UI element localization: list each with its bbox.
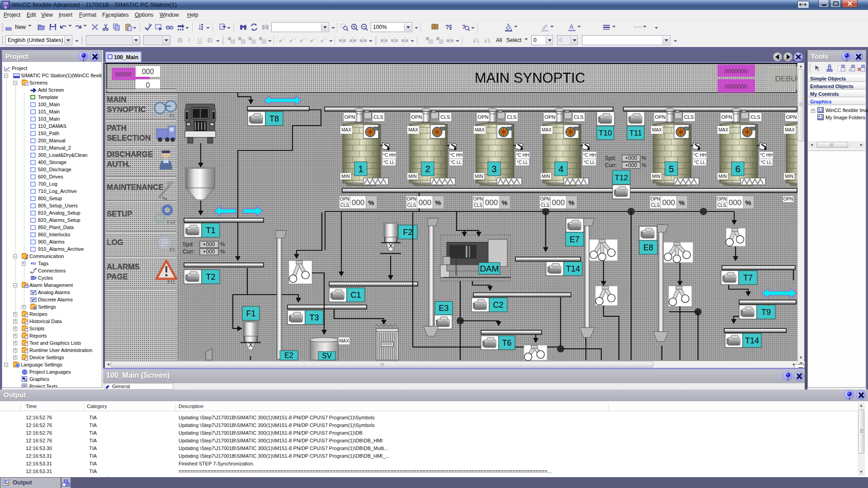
svg-text:MIN: MIN (341, 174, 349, 179)
svg-text:OPN: OPN (655, 114, 666, 120)
svg-text:T2: T2 (206, 272, 215, 282)
svg-text:A: A (569, 23, 574, 30)
svg-text:?: ? (462, 23, 466, 30)
svg-text:2: 2 (425, 164, 430, 174)
svg-text:°C HH: °C HH (760, 153, 773, 158)
svg-text:F1: F1 (246, 309, 255, 318)
svg-text:OPN: OPN (651, 197, 660, 202)
svg-text:I: I (188, 36, 190, 44)
svg-text:MAIN SYNOPTIC: MAIN SYNOPTIC (475, 70, 585, 86)
svg-text:E3: E3 (439, 304, 448, 313)
svg-text:%: % (368, 199, 374, 206)
svg-text:°C LL: °C LL (760, 160, 772, 165)
svg-text:000: 000 (142, 68, 154, 75)
svg-text:OPN: OPN (340, 197, 350, 202)
svg-text:%: % (568, 199, 574, 206)
svg-text:OPN: OPN (722, 114, 732, 120)
svg-text:E8: E8 (643, 243, 653, 252)
svg-text:PATH: PATH (107, 124, 127, 132)
svg-text:Spd:: Spd: (605, 155, 616, 161)
svg-text:MAX: MAX (718, 127, 728, 132)
svg-text:00000: 00000 (115, 71, 132, 78)
svg-text:CLS: CLS (717, 203, 726, 208)
svg-text:°C LL: °C LL (694, 160, 706, 165)
svg-text:F2: F2 (403, 228, 412, 237)
svg-text:MIN: MIN (718, 174, 726, 179)
svg-text:000: 000 (419, 198, 431, 207)
svg-text:Spd:: Spd: (183, 241, 194, 248)
svg-text:MIN: MIN (475, 174, 483, 179)
svg-text:SYNOPTIC: SYNOPTIC (107, 105, 146, 114)
svg-text:OPN: OPN (540, 197, 550, 202)
svg-text:T14: T14 (745, 336, 759, 345)
svg-text:T11: T11 (629, 129, 642, 137)
svg-text:OPN: OPN (717, 197, 727, 202)
svg-text:CLS: CLS (651, 203, 660, 208)
svg-text:%: % (220, 249, 225, 255)
svg-text:MIN: MIN (652, 174, 660, 179)
svg-text:OPN: OPN (473, 197, 483, 202)
svg-text:PAGE: PAGE (107, 272, 128, 281)
svg-text:C1: C1 (350, 291, 361, 300)
svg-text:CLS: CLS (474, 203, 483, 208)
svg-text:AUTH.: AUTH. (107, 160, 130, 169)
svg-text:%: % (745, 199, 751, 206)
svg-text:°C HH: °C HH (583, 153, 596, 158)
svg-text:+000: +000 (203, 241, 215, 248)
svg-text:+000: +000 (203, 249, 215, 255)
svg-text:E7: E7 (570, 235, 580, 244)
svg-text:CLS: CLS (440, 114, 450, 120)
svg-text:000: 000 (729, 198, 741, 207)
svg-text:SETUP: SETUP (107, 210, 132, 218)
svg-text:°C HH: °C HH (693, 153, 706, 158)
svg-text:0000000: 0000000 (725, 83, 748, 90)
svg-text:6: 6 (735, 164, 740, 174)
svg-text:%: % (220, 241, 225, 248)
svg-text:F10: F10 (167, 220, 175, 225)
svg-text:°C HH: °C HH (516, 153, 529, 158)
svg-text:C2: C2 (493, 300, 503, 310)
svg-text:MAX: MAX (339, 338, 349, 343)
svg-text:T8: T8 (269, 114, 279, 123)
svg-text:+000: +000 (625, 162, 637, 169)
svg-text:DISCHARGE: DISCHARGE (107, 150, 153, 159)
svg-text:F1: F1 (170, 113, 175, 118)
svg-text:DAM: DAM (480, 264, 499, 273)
svg-text:1: 1 (358, 164, 363, 174)
svg-text:MIN: MIN (542, 174, 550, 179)
svg-text:?: ? (445, 23, 449, 31)
svg-text:000: 000 (662, 198, 675, 207)
svg-text:E2: E2 (284, 352, 293, 359)
svg-text:MAX: MAX (542, 127, 552, 132)
svg-text:MAX: MAX (652, 127, 662, 132)
svg-text:°C LL: °C LL (383, 160, 395, 165)
svg-text:SV: SV (322, 352, 332, 360)
svg-text:MAX: MAX (785, 127, 795, 132)
svg-text:T6: T6 (502, 338, 511, 347)
svg-text:%: % (679, 199, 684, 206)
svg-text:SELECTION: SELECTION (107, 134, 151, 142)
svg-text:MAX: MAX (341, 127, 351, 132)
svg-text:MAX: MAX (408, 127, 418, 132)
svg-text:OPN: OPN (786, 114, 797, 120)
svg-text:CLS: CLS (407, 203, 416, 208)
svg-text:Curr:: Curr: (183, 249, 195, 255)
svg-text:F11: F11 (168, 280, 175, 285)
svg-text:T1: T1 (206, 226, 215, 235)
svg-text:°C HH: °C HH (450, 153, 462, 158)
svg-text:%: % (642, 155, 646, 161)
svg-text:000: 000 (552, 198, 565, 207)
svg-text:°C LL: °C LL (450, 160, 462, 165)
svg-text:%: % (435, 199, 441, 206)
svg-text:B: B (178, 36, 183, 44)
svg-text:CLS: CLS (684, 114, 693, 120)
svg-text:MAX: MAX (475, 127, 485, 132)
svg-text:0000000: 0000000 (725, 68, 748, 75)
svg-text:OPN: OPN (411, 114, 422, 120)
svg-text:4: 4 (558, 164, 563, 174)
svg-text:OPN: OPN (407, 197, 417, 202)
svg-text:%: % (501, 199, 507, 206)
svg-text:MIN: MIN (408, 174, 416, 179)
svg-text:DEBUG: DEBUG (775, 75, 797, 83)
svg-text:F5: F5 (170, 248, 175, 253)
